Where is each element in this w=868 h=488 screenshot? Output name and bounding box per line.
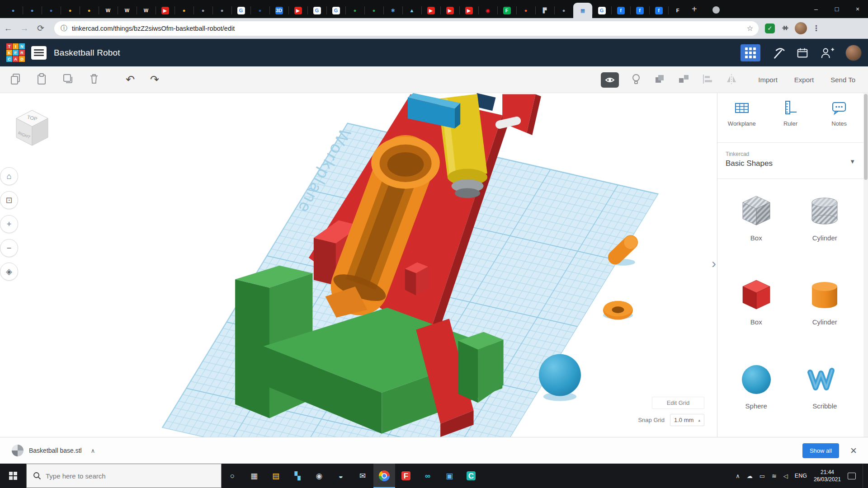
url-text[interactable]: tinkercad.com/things/bzZ2siwsOfm-basketb… [72,25,747,32]
taskbar-clock[interactable]: 21:44 26/03/2021 [814,469,841,483]
browser-tab[interactable]: ● [175,3,193,18]
tray-icon[interactable]: ☁ [747,473,753,479]
browser-tab[interactable]: ● [23,3,42,18]
tray-icon[interactable]: ≋ [772,473,777,479]
browser-tab[interactable]: ▶ [459,3,478,18]
browser-tab[interactable]: ● [345,3,364,18]
tray-icon[interactable]: ∧ [736,473,740,479]
browser-tab[interactable]: G [592,3,611,18]
copy-icon[interactable] [9,72,22,87]
shape-box-striped[interactable]: Box [722,192,791,276]
shape-cylinder-striped[interactable]: Cylinder [791,192,859,276]
taskbar-app[interactable]: ▣ [439,464,460,488]
browser-tab[interactable]: f [630,3,649,18]
taskbar-app[interactable]: ◉ [308,464,330,488]
tray-icon[interactable]: ◁ [783,473,788,479]
maximize-button[interactable]: □ [826,0,847,18]
browser-tab[interactable]: ▶ [440,3,459,18]
design-menu-icon[interactable] [31,46,47,60]
taskbar-app[interactable]: ▚ [287,464,308,488]
browser-tab[interactable]: ● [61,3,80,18]
browser-tab[interactable]: ✱ [383,3,402,18]
blocks-view-button[interactable] [741,44,760,61]
edit-grid-button[interactable]: Edit Grid [652,397,704,409]
send-to-button[interactable]: Send To [828,76,858,84]
home-view-button[interactable]: ⌂ [0,167,18,185]
download-expand-icon[interactable]: ∧ [91,447,95,454]
browser-tab[interactable]: G [231,3,250,18]
language-indicator[interactable]: ENG [795,473,807,479]
download-filename[interactable]: Basketball base.stl [29,447,82,454]
browser-tab[interactable]: ▶ [156,3,175,18]
show-all-parts-button[interactable] [601,72,619,88]
shape-box-red[interactable]: Box [722,276,791,360]
browser-tab[interactable]: ▶ [421,3,440,18]
loose-blue-sphere[interactable] [539,354,581,401]
panel-scrollbar-thumb[interactable] [864,94,868,180]
browser-tab[interactable]: ● [364,3,383,18]
delete-icon[interactable] [88,72,100,87]
browser-tab[interactable]: W [137,3,156,18]
workplane-tool[interactable]: Workplane [718,99,766,127]
mirror-icon[interactable] [725,73,738,87]
zoom-out-button[interactable]: − [0,239,18,257]
extension-check-icon[interactable]: ✓ [765,23,775,33]
extensions-puzzle-icon[interactable] [780,24,789,33]
undo-button[interactable]: ↶ [126,73,135,86]
viewport-canvas[interactable]: Workplane [0,93,717,437]
invite-user-icon[interactable] [820,46,835,60]
view-cube[interactable]: TOP RIGHT [11,105,56,150]
viewport[interactable]: Workplane [0,93,717,437]
browser-tab[interactable]: ▲ [402,3,421,18]
ruler-tool[interactable]: Ruler [766,99,815,127]
browser-profile-avatar[interactable] [795,22,807,34]
taskbar-app[interactable] [373,464,395,488]
taskbar-app[interactable]: ∞ [417,464,439,488]
taskbar-app[interactable]: ▦ [243,464,265,488]
reload-button[interactable]: ⟳ [33,23,49,33]
browser-tab[interactable]: ● [42,3,61,18]
redo-button[interactable]: ↷ [150,73,159,86]
panel-scrollbar[interactable] [863,93,868,437]
group-icon[interactable] [653,73,666,87]
browser-tab[interactable]: ● [250,3,269,18]
browser-tab[interactable]: W [99,3,118,18]
snap-grid-select[interactable]: 1.0 mm ▴ [670,414,704,426]
browser-tab[interactable]: f [611,3,630,18]
browser-tab[interactable]: G [326,3,345,18]
browser-tab[interactable]: f [649,3,668,18]
shape-category-select[interactable]: Basic Shapes [726,159,855,168]
taskbar-app[interactable]: F [395,464,417,488]
taskbar-app[interactable]: ○ [222,464,243,488]
design-title[interactable]: Basketball Robot [54,48,120,58]
tray-icon[interactable]: ▭ [760,473,765,479]
align-icon[interactable] [701,73,714,87]
shape-cylinder-orange[interactable]: Cylinder [791,276,859,360]
browser-tab[interactable]: ● [80,3,99,18]
lightbulb-icon[interactable] [630,73,642,87]
browser-tab[interactable]: ● [516,3,535,18]
taskbar-app[interactable]: ◒ [330,464,352,488]
paste-icon[interactable] [35,72,48,87]
back-button[interactable]: ← [0,23,16,33]
browser-tab[interactable]: 3D [269,3,288,18]
taskbar-app[interactable]: C [460,464,482,488]
browser-tab[interactable]: F [497,3,516,18]
browser-tab[interactable]: ● [193,3,212,18]
minimize-button[interactable]: – [806,0,826,18]
tinkercad-logo[interactable]: T I N K E R C A D [6,43,25,62]
start-button[interactable] [0,464,26,488]
import-button[interactable]: Import [755,76,780,84]
taskbar-app[interactable]: ▤ [265,464,287,488]
new-tab-button[interactable]: + [692,4,697,14]
ungroup-icon[interactable] [677,73,690,87]
browser-tab[interactable]: ◉ [478,3,497,18]
download-item[interactable]: Basketball base.stl ∧ [12,445,95,456]
notification-center-icon[interactable] [848,473,856,479]
calendar-icon[interactable] [796,46,809,60]
zoom-in-button[interactable]: + [0,215,18,233]
close-button[interactable]: × [847,0,868,18]
browser-tab[interactable]: ▶ [288,3,307,18]
browser-tab[interactable]: ▦ [573,3,592,18]
browser-tab[interactable]: ● [4,3,23,18]
